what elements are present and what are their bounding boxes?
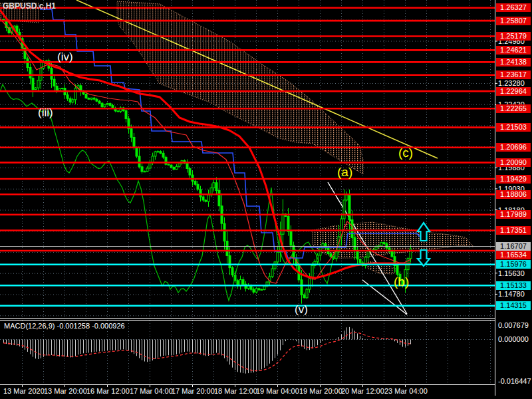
time-axis-label: 23 Mar 04:00 [384,387,428,395]
support-price-badge: 1.15976 [496,260,531,269]
macd-axis-label: 0.000000 [498,335,529,343]
resistance-price-badge: 1.25807 [496,17,531,25]
chart-symbol-title: GBPUSD.c,H1 [3,1,56,11]
resistance-price-badge: 1.23617 [496,70,531,79]
resistance-price-badge: 1.25179 [496,32,531,41]
resistance-price-badge: 1.17351 [496,226,531,235]
resistance-price-badge: 1.17989 [496,210,531,219]
resistance-price-badge: 1.22964 [496,87,531,96]
resistance-price-badge: 1.16534 [496,251,531,259]
price-axis-label: 1.15630 [498,269,525,277]
resistance-price-badge: 1.26327 [496,3,531,12]
wave-annotation: (a) [337,165,352,180]
time-axis-label: 20 Mar 12:00 [341,387,384,395]
resistance-price-badge: 1.22265 [496,104,531,113]
resistance-price-badge: 1.20696 [496,143,531,152]
wave-annotation: (iii) [38,106,53,120]
chart-area[interactable] [0,0,532,399]
resistance-price-badge: 1.19429 [496,175,531,184]
wave-annotation: (b) [394,275,409,289]
wave-annotation: (c) [398,146,413,160]
wave-annotation: (v) [295,303,308,317]
chart-svg [0,0,532,399]
current-price-badge: 1.16707 [496,242,531,251]
time-axis-label: 13 Mar 2020 [3,387,45,395]
macd-axis-label: -0.016447 [498,377,531,385]
time-axis-label: 18 Mar 12:00 [214,387,257,395]
resistance-price-badge: 1.24138 [496,58,531,66]
time-axis-label: 16 Mar 12:00 [86,387,130,395]
resistance-price-badge: 1.18806 [496,190,531,199]
support-price-badge: 1.15133 [496,281,531,290]
resistance-price-badge: 1.20090 [496,158,531,167]
macd-axis-label: 0.007679 [498,321,529,329]
time-axis-label: 17 Mar 20:00 [172,387,215,395]
resistance-price-badge: 1.24621 [496,46,531,55]
wave-annotation: (iv) [57,51,73,64]
price-axis-label: 1.14780 [498,290,525,298]
resistance-price-badge: 1.21503 [496,123,531,132]
time-axis-label: 19 Mar 20:00 [299,387,342,395]
macd-indicator-label: MACD(12,26,9) -0.001258 -0.000926 [4,322,125,330]
mt4-chart-window: GBPUSD.c,H1 MACD(12,26,9) -0.001258 -0.0… [0,0,532,399]
cyan-down-arrow-icon [418,250,430,266]
time-axis-label: 13 Mar 20:00 [44,387,87,395]
price-axis-label: 1.23280 [498,79,525,87]
time-axis-label: 17 Mar 04:00 [130,387,173,395]
time-axis-label: 19 Mar 04:00 [256,387,299,395]
support-price-badge: 1.14315 [496,301,531,310]
